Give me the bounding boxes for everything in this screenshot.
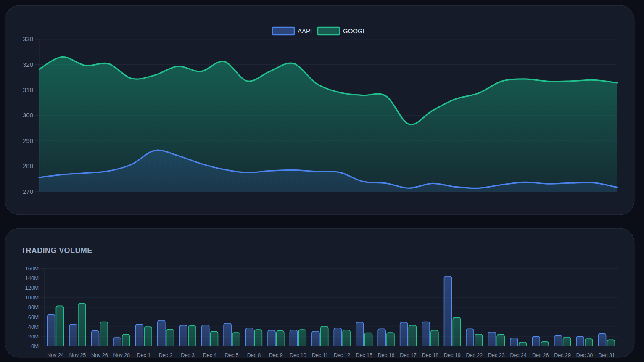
svg-text:Dec 10: Dec 10 xyxy=(290,352,306,358)
svg-text:Dec 2: Dec 2 xyxy=(159,352,173,358)
svg-text:Dec 8: Dec 8 xyxy=(247,352,261,358)
svg-text:60M: 60M xyxy=(28,314,39,320)
svg-text:Nov 25: Nov 25 xyxy=(69,352,86,358)
svg-text:0M: 0M xyxy=(31,343,39,349)
svg-text:Dec 22: Dec 22 xyxy=(466,352,483,358)
svg-text:Dec 11: Dec 11 xyxy=(312,352,328,358)
svg-text:40M: 40M xyxy=(28,324,39,330)
svg-text:Dec 26: Dec 26 xyxy=(532,352,549,358)
svg-text:Dec 12: Dec 12 xyxy=(334,352,351,358)
svg-text:Nov 24: Nov 24 xyxy=(47,352,64,358)
svg-text:140M: 140M xyxy=(25,275,39,281)
svg-text:Dec 4: Dec 4 xyxy=(203,352,217,358)
svg-text:Dec 1: Dec 1 xyxy=(137,352,150,358)
svg-text:300: 300 xyxy=(23,111,33,119)
svg-text:Dec 15: Dec 15 xyxy=(356,352,372,358)
svg-text:Dec 31: Dec 31 xyxy=(598,352,615,358)
svg-text:20M: 20M xyxy=(28,333,39,340)
svg-text:GOOGL: GOOGL xyxy=(343,27,366,34)
svg-text:AAPL: AAPL xyxy=(298,27,314,34)
svg-text:Dec 3: Dec 3 xyxy=(181,352,195,358)
svg-text:Dec 23: Dec 23 xyxy=(488,352,505,358)
svg-text:Dec 5: Dec 5 xyxy=(225,352,239,358)
svg-text:Dec 9: Dec 9 xyxy=(269,352,283,358)
svg-text:Dec 29: Dec 29 xyxy=(554,352,571,358)
svg-text:310: 310 xyxy=(23,86,33,93)
svg-text:120M: 120M xyxy=(25,285,39,291)
svg-text:280: 280 xyxy=(23,162,33,169)
svg-text:160M: 160M xyxy=(25,265,39,272)
svg-text:Dec 24: Dec 24 xyxy=(510,352,527,358)
svg-text:TRADING VOLUME: TRADING VOLUME xyxy=(21,246,92,255)
svg-text:Nov 28: Nov 28 xyxy=(113,352,130,358)
svg-text:Dec 19: Dec 19 xyxy=(444,352,461,358)
svg-text:80M: 80M xyxy=(28,304,39,310)
svg-text:330: 330 xyxy=(23,35,33,42)
svg-text:Nov 26: Nov 26 xyxy=(91,352,108,358)
svg-text:Dec 17: Dec 17 xyxy=(400,352,417,358)
svg-text:Dec 16: Dec 16 xyxy=(378,352,395,358)
svg-text:100M: 100M xyxy=(25,294,39,301)
svg-text:290: 290 xyxy=(23,137,33,144)
svg-text:270: 270 xyxy=(23,188,33,195)
svg-text:Dec 18: Dec 18 xyxy=(422,352,439,358)
svg-text:320: 320 xyxy=(23,61,33,68)
svg-text:Dec 30: Dec 30 xyxy=(576,352,593,358)
